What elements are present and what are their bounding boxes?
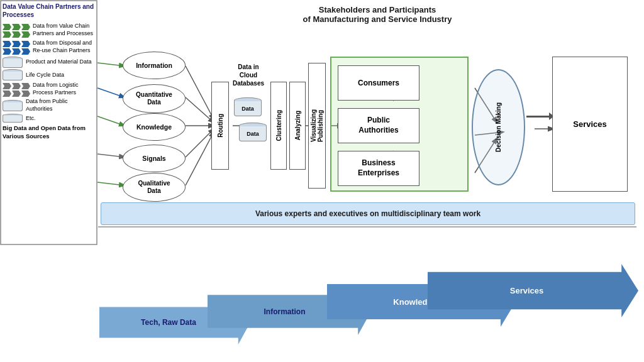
blue-chevron — [21, 41, 30, 47]
oval-knowledge: Knowledge — [123, 113, 186, 141]
left-panel: Data Value Chain Partners and Processes … — [3, 3, 96, 140]
label-logistic: Data from Logistic Process Partners — [33, 82, 96, 96]
blue-arrows-group — [3, 41, 30, 55]
routing-box: Routing — [211, 82, 229, 170]
gray-chevron — [3, 83, 11, 89]
business-enterprises-box: BusinessEnterprises — [338, 151, 419, 186]
green-chevron — [21, 24, 30, 30]
cylinder-lifecycle — [3, 69, 23, 80]
gray-chevron — [21, 83, 30, 89]
visualizing-box: VisualizingPublishing — [308, 63, 326, 189]
row-public-auth: Data from Public Authorities — [3, 98, 96, 112]
label-disposal: Data from Disposal and Re-use Chain Part… — [33, 40, 96, 54]
cloud-cylinder2: Data — [239, 123, 267, 141]
public-authorities-box: PublicAuthorities — [338, 108, 419, 143]
green-arrow-row1 — [3, 24, 30, 30]
oval-information: Information — [123, 52, 186, 79]
gray-chevron — [21, 90, 30, 97]
label-lifecycle: Life Cycle Data — [26, 72, 64, 78]
green-arrow-row2 — [3, 31, 30, 38]
label-public-auth: Data from Public Authorities — [26, 98, 96, 112]
divider-line — [98, 226, 636, 228]
svg-line-4 — [186, 129, 214, 157]
arrow-services-bottom: Services — [428, 264, 638, 317]
left-panel-title: Data Value Chain Partners and Processes — [3, 3, 96, 19]
oval-qualitative: QualitativeData — [123, 173, 186, 202]
cloud-label: Data inCloudDatabases — [233, 63, 264, 87]
clustering-box: Clustering — [270, 82, 287, 170]
svg-line-17 — [97, 63, 125, 66]
cylinder-product — [3, 57, 23, 68]
green-arrows-group — [3, 24, 30, 38]
row-etc: Etc. — [3, 114, 96, 123]
svg-line-5 — [186, 132, 214, 185]
blue-chevron — [3, 41, 11, 47]
stakeholders-header: Stakeholders and Participants of Manufac… — [252, 5, 503, 24]
svg-line-21 — [97, 182, 125, 185]
gray-arrow-row2 — [3, 90, 30, 97]
blue-arrow-row — [3, 41, 30, 47]
blue-chevron — [12, 41, 21, 47]
blue-chevron — [21, 48, 30, 55]
analyzing-box: Analyzing — [289, 82, 306, 170]
green-chevron — [12, 24, 21, 30]
green-chevron — [21, 31, 30, 38]
diagram-container: Data Value Chain Partners and Processes … — [0, 0, 644, 362]
header-line1: Stakeholders and Participants — [252, 5, 503, 14]
consumers-box: Consumers — [338, 65, 419, 101]
cylinder-public — [3, 100, 23, 111]
cylinder-etc — [3, 114, 23, 123]
services-box: Services — [552, 57, 628, 192]
cloud-cylinder1: Data — [234, 97, 262, 116]
svg-line-18 — [97, 88, 125, 97]
row-product-material: Product and Material Data — [3, 57, 96, 68]
label-value-chain: Data from Value Chain Partners and Proce… — [33, 23, 96, 37]
svg-line-2 — [186, 97, 214, 123]
row-lifecycle: Life Cycle Data — [3, 69, 96, 80]
row-gray-arrows: Data from Logistic Process Partners — [3, 82, 96, 97]
label-product-material: Product and Material Data — [26, 58, 92, 66]
green-chevron — [3, 31, 11, 38]
gray-chevron — [12, 83, 21, 89]
green-chevron — [3, 24, 11, 30]
oval-quantitative: QuantitativeData — [123, 84, 186, 113]
decision-making-ellipse: Decision Making — [472, 69, 525, 185]
blue-chevron — [3, 48, 11, 55]
row-blue-arrows: Data from Disposal and Re-use Chain Part… — [3, 40, 96, 55]
label-big-data: Big Data and Open Data from Various Sour… — [3, 124, 96, 140]
gray-arrows-group — [3, 83, 30, 97]
row-green-arrows: Data from Value Chain Partners and Proce… — [3, 23, 96, 38]
header-line2: of Manufacturing and Service Industry — [252, 14, 503, 24]
blue-chevron — [12, 48, 21, 55]
dm-to-services-arrow — [526, 101, 551, 132]
stakeholder-container: Consumers PublicAuthorities BusinessEnte… — [330, 57, 469, 192]
label-etc: Etc. — [26, 115, 36, 121]
svg-line-1 — [186, 66, 214, 119]
multidisciplinary-banner: Various experts and executives on multid… — [101, 202, 635, 225]
green-chevron — [12, 31, 21, 38]
svg-line-20 — [97, 154, 125, 157]
gray-chevron — [12, 90, 21, 97]
gray-arrow-row — [3, 83, 30, 89]
oval-signals: Signals — [123, 145, 186, 172]
gray-chevron — [3, 90, 11, 97]
blue-arrow-row2 — [3, 48, 30, 55]
svg-line-19 — [97, 116, 125, 126]
